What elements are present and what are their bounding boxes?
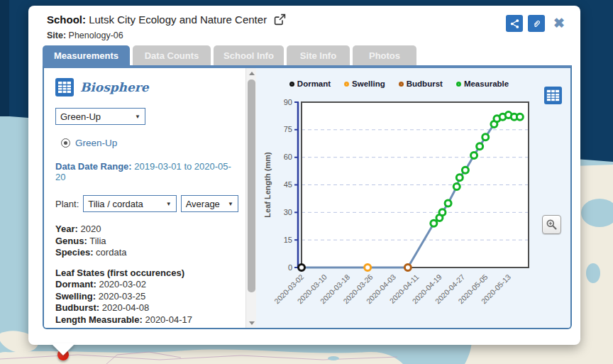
map-background: School: Lutsk City Ecology and Nature Ce… — [0, 0, 613, 364]
popup-callout-tail — [51, 343, 75, 355]
svg-text:0: 0 — [288, 263, 292, 272]
legend-label: Budburst — [407, 79, 443, 88]
legend-label: Dormant — [297, 79, 331, 88]
swelling-marker-icon — [344, 82, 349, 87]
chart-legend: Dormant Swelling Budburst Measurable — [256, 79, 542, 88]
chart-area: Dormant Swelling Budburst Measurable — [256, 68, 570, 328]
school-name: Lutsk City Ecology and Nature Center — [89, 13, 267, 26]
legend-item-measurable: Measurable — [456, 79, 509, 88]
plant-details: Year: 2020 Genus: Tilia Species: cordata… — [55, 224, 238, 329]
chevron-down-icon: ▼ — [228, 201, 233, 207]
plant-label: Plant: — [55, 199, 79, 209]
date-range: Data Date Range: 2019-03-01 to 2020-05-2… — [55, 161, 238, 182]
detail-row: Species: cordata — [55, 247, 238, 259]
leaf-states-heading: Leaf States (first occurences) — [55, 268, 238, 280]
detail-row: Length Measurable: 2020-04-17 — [55, 314, 238, 326]
plant-select[interactable]: Tilia / cordata ▼ — [83, 195, 176, 212]
site-value: Phenology-06 — [69, 31, 123, 40]
detail-row: Year: 2020 — [55, 224, 238, 236]
share-button[interactable] — [506, 15, 523, 32]
close-icon[interactable]: ✖ — [553, 15, 565, 32]
zoom-in-button[interactable] — [542, 215, 561, 234]
tab-site-info[interactable]: Site Info — [287, 45, 350, 65]
budburst-marker-icon — [399, 82, 404, 87]
greenup-radio[interactable] — [61, 138, 70, 148]
scroll-up-icon[interactable] — [246, 68, 257, 78]
legend-label: Swelling — [352, 79, 385, 88]
tab-data-counts[interactable]: Data Counts — [133, 45, 211, 65]
svg-text:Leaf Length (mm): Leaf Length (mm) — [263, 152, 272, 218]
legend-item-dormant: Dormant — [289, 79, 331, 88]
aggregate-select[interactable]: Average ▼ — [181, 195, 238, 212]
svg-text:60: 60 — [284, 153, 292, 161]
legend-item-swelling: Swelling — [344, 79, 385, 88]
school-label: School: — [47, 13, 86, 26]
panel-scrollbar[interactable] — [245, 68, 256, 328]
link-button[interactable] — [528, 15, 545, 32]
detail-row: Genus: Tilia — [55, 236, 238, 248]
svg-text:30: 30 — [284, 208, 292, 216]
aggregate-select-value: Average — [186, 199, 220, 209]
magnifier-plus-icon — [546, 219, 558, 231]
svg-text:75: 75 — [284, 125, 292, 133]
svg-text:15: 15 — [284, 236, 292, 244]
legend-label: Measurable — [464, 79, 509, 88]
measurable-marker-icon — [456, 82, 461, 87]
tab-photos[interactable]: Photos — [353, 45, 416, 65]
measurements-panel: Biosphere Green-Up ▼ Green-Up Data Date … — [43, 65, 572, 329]
tab-school-info[interactable]: School Info — [214, 45, 284, 65]
detail-row: Dormant: 2020-03-02 — [55, 279, 238, 291]
dormant-marker-icon — [289, 82, 294, 87]
chevron-down-icon: ▼ — [135, 114, 140, 120]
tab-measurements[interactable]: Measurements — [43, 45, 130, 65]
school-title: School: Lutsk City Ecology and Nature Ce… — [47, 13, 286, 28]
greenup-radio-row: Green-Up — [61, 138, 238, 148]
tab-bar: Measurements Data Counts School Info Sit… — [43, 45, 416, 65]
greenup-radio-label: Green-Up — [75, 138, 117, 148]
protocol-select[interactable]: Green-Up ▼ — [55, 108, 145, 125]
site-title: Site: Phenology-06 — [47, 31, 123, 40]
svg-text:45: 45 — [284, 180, 292, 189]
protocol-select-value: Green-Up — [60, 111, 101, 122]
section-title: Biosphere — [80, 80, 149, 94]
detail-row: Swelling: 2020-03-25 — [55, 291, 238, 303]
plant-select-value: Tilia / cordata — [88, 199, 143, 209]
plant-row: Plant: Tilia / cordata ▼ Average ▼ — [55, 195, 238, 212]
phenology-chart: 0153045607590Leaf Length (mm)2020-03-022… — [256, 94, 572, 329]
site-popup: School: Lutsk City Ecology and Nature Ce… — [28, 6, 580, 345]
table-icon — [55, 78, 74, 96]
date-range-label: Data Date Range: — [55, 161, 132, 172]
svg-text:90: 90 — [284, 98, 292, 106]
external-link-icon[interactable] — [274, 13, 286, 28]
legend-item-budburst: Budburst — [399, 79, 443, 88]
share-icon — [509, 18, 520, 29]
controls-panel: Biosphere Green-Up ▼ Green-Up Data Date … — [44, 68, 245, 328]
detail-row: Budburst: 2020-04-08 — [55, 302, 238, 314]
scroll-down-icon[interactable] — [246, 318, 257, 328]
site-label: Site: — [47, 31, 66, 40]
chevron-down-icon: ▼ — [166, 201, 172, 207]
paperclip-icon — [531, 18, 542, 29]
scrollbar-thumb[interactable] — [248, 79, 255, 292]
